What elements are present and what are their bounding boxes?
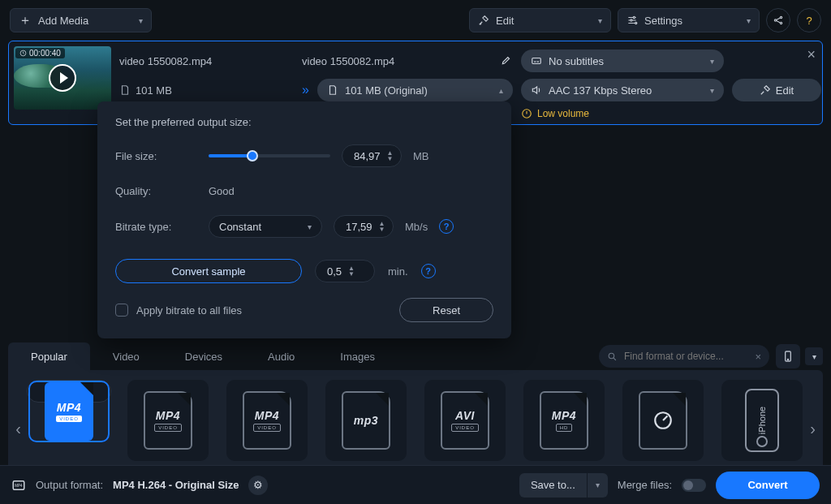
- format-tile: MP4VIDEO: [28, 381, 110, 442]
- tools-icon: [478, 15, 489, 26]
- sample-length-unit: min.: [388, 265, 408, 278]
- audio-label: AAC 137 Kbps Stereo: [549, 84, 652, 97]
- tab-video[interactable]: Video: [90, 342, 162, 370]
- output-size-popover: Set the preferred output size: File size…: [97, 101, 511, 338]
- format-card[interactable]: MP4HD MP4 H.264 - HD 720p: [522, 380, 606, 477]
- tab-popular[interactable]: Popular: [8, 342, 90, 370]
- collapse-panel-button[interactable]: ▾: [805, 347, 823, 365]
- quality-value: Good: [209, 185, 493, 197]
- merge-files-label: Merge files:: [618, 479, 672, 491]
- format-file-icon: MP4VIDEO: [45, 382, 93, 441]
- clip-edit-label: Edit: [776, 84, 794, 97]
- tab-images[interactable]: Images: [317, 342, 398, 370]
- format-tile: [622, 380, 704, 461]
- bitrate-unit: Mb/s: [405, 221, 428, 233]
- play-icon[interactable]: [49, 64, 76, 92]
- source-filesize: 101 MB: [119, 79, 294, 101]
- convert-button[interactable]: Convert: [716, 472, 820, 499]
- bitrate-type-value: Constant: [219, 221, 261, 233]
- convert-sample-button[interactable]: Convert sample: [115, 259, 302, 283]
- clip-thumbnail[interactable]: 00:00:40: [14, 46, 111, 110]
- tab-audio[interactable]: Audio: [245, 342, 317, 370]
- filesize-slider[interactable]: [209, 154, 330, 157]
- format-card[interactable]: MP4VIDEO MP4: [225, 380, 309, 477]
- bitrate-type-select[interactable]: Constant ▾: [209, 215, 322, 238]
- reset-button[interactable]: Reset: [399, 298, 493, 322]
- remove-clip-button[interactable]: ×: [807, 46, 816, 63]
- format-tile: MP4HD: [523, 380, 605, 461]
- format-search-input[interactable]: [624, 351, 748, 362]
- phone-icon: iPhone: [745, 389, 779, 452]
- format-card[interactable]: AVIVIDEO AVI: [423, 380, 507, 477]
- format-card[interactable]: MOV: [621, 380, 705, 477]
- help-icon[interactable]: ?: [421, 264, 436, 278]
- rename-icon[interactable]: [500, 54, 513, 67]
- settings-menu-button[interactable]: Settings ▾: [618, 8, 760, 32]
- edit-menu-button[interactable]: Edit ▾: [469, 8, 611, 32]
- chevron-down-icon: ▾: [747, 16, 751, 25]
- format-card[interactable]: MP4VIDEO MP4 H.264 - Original ...: [27, 380, 111, 403]
- settings-menu-label: Settings: [644, 15, 682, 27]
- format-tile: iPhone: [721, 380, 803, 461]
- filesize-input[interactable]: 84,97 ▲▼: [342, 144, 402, 167]
- sliders-icon: [626, 15, 638, 26]
- chevron-down-icon: ▾: [598, 16, 602, 25]
- save-to-dropdown[interactable]: ▾: [587, 473, 608, 498]
- svg-point-9: [609, 353, 614, 359]
- clip-edit-button[interactable]: Edit: [732, 79, 821, 101]
- add-media-label: Add Media: [38, 15, 88, 27]
- stepper-arrows-icon[interactable]: ▲▼: [348, 265, 355, 277]
- subtitles-dropdown[interactable]: No subtitles ▾: [521, 50, 724, 72]
- stepper-arrows-icon[interactable]: ▲▼: [379, 221, 385, 232]
- filesize-unit: MB: [413, 150, 429, 162]
- merge-files-toggle[interactable]: [682, 479, 706, 492]
- quality-label: Quality:: [115, 185, 209, 197]
- save-to-button[interactable]: Save to... ▾: [519, 473, 608, 498]
- stepper-arrows-icon[interactable]: ▲▼: [387, 150, 394, 162]
- format-tile: MP4VIDEO: [127, 380, 209, 461]
- help-button[interactable]: ?: [797, 8, 821, 32]
- clip-duration: 00:00:40: [29, 49, 61, 58]
- output-settings-button[interactable]: ⚙: [248, 476, 268, 495]
- apply-all-label: Apply bitrate to all files: [136, 304, 242, 317]
- bottom-bar: MP4 Output format: MP4 H.264 - Original …: [0, 465, 831, 504]
- format-file-icon: MP4VIDEO: [243, 391, 291, 450]
- svg-rect-7: [532, 58, 541, 64]
- svg-point-3: [774, 19, 776, 21]
- carousel-prev-button[interactable]: ‹: [15, 420, 22, 438]
- svg-point-4: [780, 16, 781, 18]
- chevron-down-icon: ▾: [710, 86, 714, 95]
- add-media-button[interactable]: ＋ Add Media ▾: [10, 8, 152, 32]
- chevron-down-icon: ▾: [710, 57, 714, 66]
- output-size-dropdown[interactable]: 101 MB (Original) ▴: [317, 79, 513, 101]
- edit-menu-label: Edit: [496, 15, 514, 27]
- format-card[interactable]: iPhone iPhone X: [720, 380, 804, 477]
- filesize-label: File size:: [115, 150, 209, 162]
- svg-point-2: [635, 22, 637, 24]
- popover-title: Set the preferred output size:: [115, 116, 493, 128]
- apply-all-checkbox[interactable]: Apply bitrate to all files: [115, 304, 242, 317]
- sample-length-input[interactable]: 0,5 ▲▼: [315, 260, 375, 282]
- format-card[interactable]: mp3 MP3: [324, 380, 408, 477]
- carousel-next-button[interactable]: ›: [809, 420, 816, 438]
- bitrate-input[interactable]: 17,59 ▲▼: [334, 215, 394, 238]
- format-file-icon: mp3: [342, 391, 390, 450]
- tab-devices[interactable]: Devices: [162, 342, 245, 370]
- output-size-label: 101 MB (Original): [345, 84, 428, 97]
- detect-device-button[interactable]: [776, 344, 800, 368]
- clip-duration-badge: 00:00:40: [15, 48, 65, 58]
- format-search[interactable]: ×: [599, 345, 769, 368]
- format-tile: mp3: [325, 380, 407, 461]
- format-tabs: Popular Video Devices Audio Images × ▾: [8, 342, 823, 370]
- format-card[interactable]: MP4VIDEO MP4 H.264 - 640x480: [126, 380, 210, 477]
- share-button[interactable]: [766, 8, 790, 32]
- clear-search-icon[interactable]: ×: [755, 351, 761, 363]
- format-tile: MP4VIDEO: [226, 380, 308, 461]
- chevron-down-icon: ▾: [139, 16, 143, 25]
- audio-dropdown[interactable]: AAC 137 Kbps Stereo ▾: [521, 79, 724, 101]
- help-icon[interactable]: ?: [439, 219, 454, 234]
- checkbox-icon: [115, 304, 128, 317]
- format-file-icon: MP4VIDEO: [144, 391, 192, 450]
- output-format-value: MP4 H.264 - Original Size: [113, 479, 239, 491]
- save-to-label: Save to...: [519, 479, 587, 491]
